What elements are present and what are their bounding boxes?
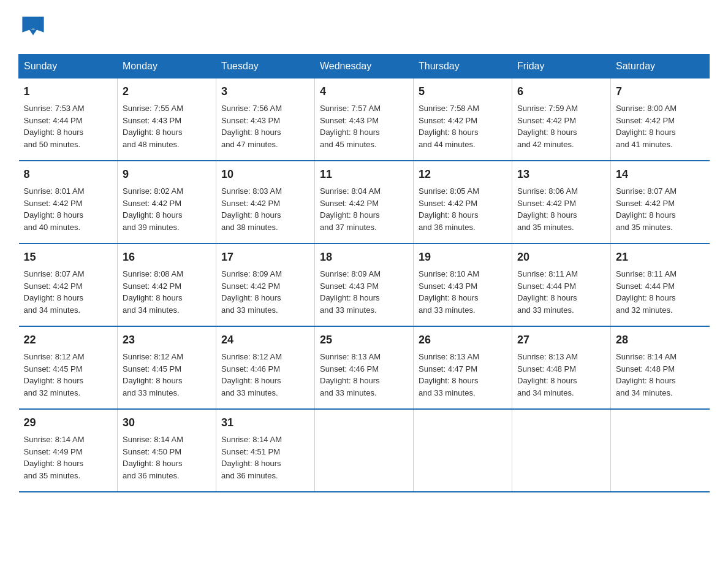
calendar-cell: 17 Sunrise: 8:09 AMSunset: 4:42 PMDaylig…	[216, 243, 315, 326]
calendar-cell: 6 Sunrise: 7:59 AMSunset: 4:42 PMDayligh…	[512, 79, 611, 161]
day-number: 9	[123, 166, 211, 183]
day-number: 11	[320, 166, 408, 183]
calendar-cell: 21 Sunrise: 8:11 AMSunset: 4:44 PMDaylig…	[611, 243, 710, 326]
day-number: 24	[221, 332, 309, 348]
day-number: 25	[320, 332, 408, 348]
day-info: Sunrise: 8:14 AMSunset: 4:48 PMDaylight:…	[616, 352, 677, 397]
day-number: 3	[221, 83, 309, 100]
day-info: Sunrise: 8:07 AMSunset: 4:42 PMDaylight:…	[24, 269, 85, 315]
day-number: 21	[616, 249, 705, 266]
day-number: 15	[24, 249, 113, 266]
day-info: Sunrise: 8:13 AMSunset: 4:46 PMDaylight:…	[320, 352, 381, 397]
calendar-table: Sunday Monday Tuesday Wednesday Thursday…	[18, 54, 710, 492]
day-number: 10	[221, 166, 309, 183]
day-number: 20	[517, 249, 605, 266]
calendar-week-row: 15 Sunrise: 8:07 AMSunset: 4:42 PMDaylig…	[19, 243, 710, 326]
day-number: 13	[517, 166, 605, 183]
calendar-header-row: Sunday Monday Tuesday Wednesday Thursday…	[19, 55, 710, 79]
calendar-cell: 9 Sunrise: 8:02 AMSunset: 4:42 PMDayligh…	[118, 161, 216, 243]
calendar-cell: 20 Sunrise: 8:11 AMSunset: 4:44 PMDaylig…	[512, 243, 611, 326]
day-number: 29	[24, 415, 113, 431]
day-info: Sunrise: 7:59 AMSunset: 4:42 PMDaylight:…	[517, 104, 578, 149]
calendar-cell: 28 Sunrise: 8:14 AMSunset: 4:48 PMDaylig…	[611, 326, 710, 409]
day-info: Sunrise: 7:58 AMSunset: 4:42 PMDaylight:…	[419, 104, 479, 149]
day-info: Sunrise: 8:09 AMSunset: 4:43 PMDaylight:…	[320, 269, 381, 315]
day-info: Sunrise: 8:11 AMSunset: 4:44 PMDaylight:…	[616, 269, 677, 315]
day-number: 26	[419, 332, 507, 348]
calendar-cell: 26 Sunrise: 8:13 AMSunset: 4:47 PMDaylig…	[414, 326, 512, 409]
col-monday: Monday	[118, 55, 216, 79]
page-header	[18, 12, 710, 43]
day-info: Sunrise: 7:56 AMSunset: 4:43 PMDaylight:…	[221, 104, 282, 149]
calendar-cell: 2 Sunrise: 7:55 AMSunset: 4:43 PMDayligh…	[118, 79, 216, 161]
day-info: Sunrise: 8:12 AMSunset: 4:45 PMDaylight:…	[123, 352, 183, 397]
col-wednesday: Wednesday	[315, 55, 414, 79]
svg-marker-1	[29, 29, 37, 36]
day-info: Sunrise: 8:14 AMSunset: 4:50 PMDaylight:…	[123, 435, 183, 480]
day-info: Sunrise: 8:07 AMSunset: 4:42 PMDaylight:…	[616, 186, 677, 232]
day-number: 1	[24, 83, 113, 100]
day-number: 30	[123, 415, 211, 431]
logo-icon	[18, 13, 48, 43]
calendar-cell: 24 Sunrise: 8:12 AMSunset: 4:46 PMDaylig…	[216, 326, 315, 409]
day-info: Sunrise: 8:08 AMSunset: 4:42 PMDaylight:…	[123, 269, 183, 315]
day-number: 8	[24, 166, 113, 183]
day-number: 6	[517, 83, 605, 100]
day-number: 5	[419, 83, 507, 100]
day-info: Sunrise: 7:57 AMSunset: 4:43 PMDaylight:…	[320, 104, 381, 149]
col-sunday: Sunday	[19, 55, 118, 79]
calendar-cell: 11 Sunrise: 8:04 AMSunset: 4:42 PMDaylig…	[315, 161, 414, 243]
calendar-cell: 19 Sunrise: 8:10 AMSunset: 4:43 PMDaylig…	[414, 243, 512, 326]
day-info: Sunrise: 8:06 AMSunset: 4:42 PMDaylight:…	[517, 186, 578, 232]
day-info: Sunrise: 8:10 AMSunset: 4:43 PMDaylight:…	[419, 269, 479, 315]
calendar-week-row: 1 Sunrise: 7:53 AMSunset: 4:44 PMDayligh…	[19, 79, 710, 161]
calendar-cell: 14 Sunrise: 8:07 AMSunset: 4:42 PMDaylig…	[611, 161, 710, 243]
day-number: 28	[616, 332, 705, 348]
day-number: 4	[320, 83, 408, 100]
calendar-cell: 4 Sunrise: 7:57 AMSunset: 4:43 PMDayligh…	[315, 79, 414, 161]
day-number: 16	[123, 249, 211, 266]
day-info: Sunrise: 8:12 AMSunset: 4:46 PMDaylight:…	[221, 352, 282, 397]
day-info: Sunrise: 8:04 AMSunset: 4:42 PMDaylight:…	[320, 186, 381, 232]
day-info: Sunrise: 8:05 AMSunset: 4:42 PMDaylight:…	[419, 186, 479, 232]
col-thursday: Thursday	[414, 55, 512, 79]
day-number: 23	[123, 332, 211, 348]
calendar-cell: 13 Sunrise: 8:06 AMSunset: 4:42 PMDaylig…	[512, 161, 611, 243]
calendar-cell: 31 Sunrise: 8:14 AMSunset: 4:51 PMDaylig…	[216, 409, 315, 492]
day-info: Sunrise: 8:13 AMSunset: 4:47 PMDaylight:…	[419, 352, 479, 397]
day-number: 2	[123, 83, 211, 100]
day-info: Sunrise: 8:14 AMSunset: 4:51 PMDaylight:…	[221, 435, 282, 480]
calendar-cell: 22 Sunrise: 8:12 AMSunset: 4:45 PMDaylig…	[19, 326, 118, 409]
day-info: Sunrise: 8:03 AMSunset: 4:42 PMDaylight:…	[221, 186, 282, 232]
day-info: Sunrise: 8:11 AMSunset: 4:44 PMDaylight:…	[517, 269, 578, 315]
calendar-cell: 1 Sunrise: 7:53 AMSunset: 4:44 PMDayligh…	[19, 79, 118, 161]
day-info: Sunrise: 8:14 AMSunset: 4:49 PMDaylight:…	[24, 435, 85, 480]
day-number: 14	[616, 166, 705, 183]
calendar-cell: 7 Sunrise: 8:00 AMSunset: 4:42 PMDayligh…	[611, 79, 710, 161]
calendar-cell: 29 Sunrise: 8:14 AMSunset: 4:49 PMDaylig…	[19, 409, 118, 492]
day-info: Sunrise: 7:53 AMSunset: 4:44 PMDaylight:…	[24, 104, 85, 149]
day-info: Sunrise: 8:12 AMSunset: 4:45 PMDaylight:…	[24, 352, 85, 397]
calendar-cell: 8 Sunrise: 8:01 AMSunset: 4:42 PMDayligh…	[19, 161, 118, 243]
calendar-cell: 27 Sunrise: 8:13 AMSunset: 4:48 PMDaylig…	[512, 326, 611, 409]
calendar-cell: 10 Sunrise: 8:03 AMSunset: 4:42 PMDaylig…	[216, 161, 315, 243]
calendar-cell: 12 Sunrise: 8:05 AMSunset: 4:42 PMDaylig…	[414, 161, 512, 243]
day-info: Sunrise: 7:55 AMSunset: 4:43 PMDaylight:…	[123, 104, 183, 149]
calendar-cell	[315, 409, 414, 492]
calendar-cell: 5 Sunrise: 7:58 AMSunset: 4:42 PMDayligh…	[414, 79, 512, 161]
calendar-cell: 3 Sunrise: 7:56 AMSunset: 4:43 PMDayligh…	[216, 79, 315, 161]
day-info: Sunrise: 8:09 AMSunset: 4:42 PMDaylight:…	[221, 269, 282, 315]
calendar-cell	[512, 409, 611, 492]
calendar-cell: 18 Sunrise: 8:09 AMSunset: 4:43 PMDaylig…	[315, 243, 414, 326]
calendar-cell: 16 Sunrise: 8:08 AMSunset: 4:42 PMDaylig…	[118, 243, 216, 326]
calendar-cell: 15 Sunrise: 8:07 AMSunset: 4:42 PMDaylig…	[19, 243, 118, 326]
day-number: 17	[221, 249, 309, 266]
col-saturday: Saturday	[611, 55, 710, 79]
calendar-cell: 23 Sunrise: 8:12 AMSunset: 4:45 PMDaylig…	[118, 326, 216, 409]
logo	[18, 12, 50, 43]
calendar-week-row: 29 Sunrise: 8:14 AMSunset: 4:49 PMDaylig…	[19, 409, 710, 492]
day-number: 22	[24, 332, 113, 348]
day-number: 31	[221, 415, 309, 431]
calendar-cell	[414, 409, 512, 492]
day-info: Sunrise: 8:02 AMSunset: 4:42 PMDaylight:…	[123, 186, 183, 232]
